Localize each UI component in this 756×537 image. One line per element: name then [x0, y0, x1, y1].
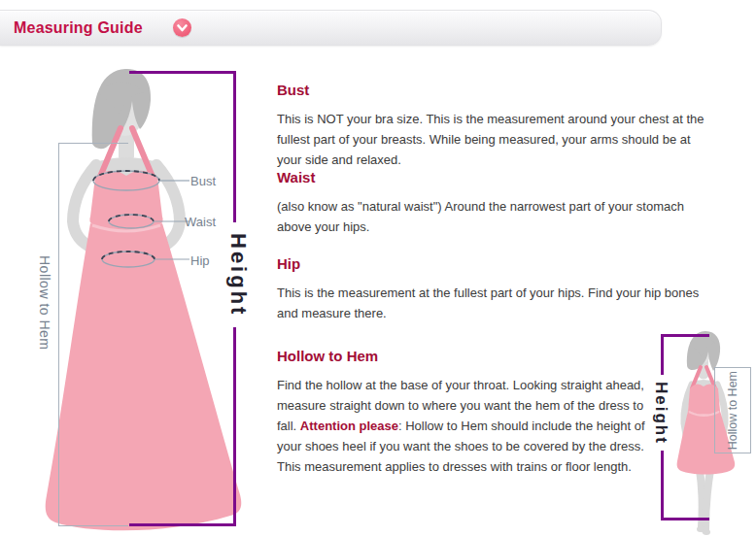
page-title: Measuring Guide — [14, 11, 143, 45]
hip-label: Hip — [190, 253, 210, 268]
section-waist: Waist (also know as "natural waist") Aro… — [277, 169, 704, 237]
section-hip: Hip This is the measurement at the fulle… — [277, 255, 704, 323]
section-body-bust: This is NOT your bra size. This is the m… — [277, 109, 704, 170]
hollow-to-hem-label: Hollow to Hem — [35, 237, 54, 369]
section-body-hollow-to-hem: Find the hollow at the base of your thro… — [277, 375, 658, 477]
height-label: Height — [220, 222, 256, 327]
small-height-label: Height — [645, 375, 676, 451]
measuring-guide-header: Measuring Guide — [0, 10, 662, 46]
section-heading-hip: Hip — [277, 255, 704, 272]
collapse-section-button[interactable] — [173, 18, 191, 37]
section-body-waist: (also know as "natural waist") Around th… — [277, 196, 704, 237]
section-heading-hollow-to-hem: Hollow to Hem — [277, 348, 658, 364]
measuring-guide-page: Measuring Guide — [0, 0, 756, 537]
small-hollow-to-hem-box: Hollow to Hem — [714, 367, 751, 453]
hollow-to-hem-bracket — [58, 143, 128, 526]
section-bust: Bust This is NOT your bra size. This is … — [277, 82, 704, 170]
chevron-down-icon — [173, 18, 191, 37]
section-heading-bust: Bust — [277, 82, 704, 98]
attention-label: Attention please — [300, 419, 398, 433]
small-hollow-to-hem-label: Hollow to Hem — [726, 371, 739, 450]
section-body-hip: This is the measurement at the fullest p… — [277, 283, 704, 323]
small-figure-right-foot — [703, 529, 710, 535]
bust-label: Bust — [190, 174, 216, 188]
section-hollow-to-hem: Hollow to Hem Find the hollow at the bas… — [277, 348, 658, 477]
waist-label: Waist — [185, 215, 216, 229]
section-heading-waist: Waist — [277, 169, 704, 185]
